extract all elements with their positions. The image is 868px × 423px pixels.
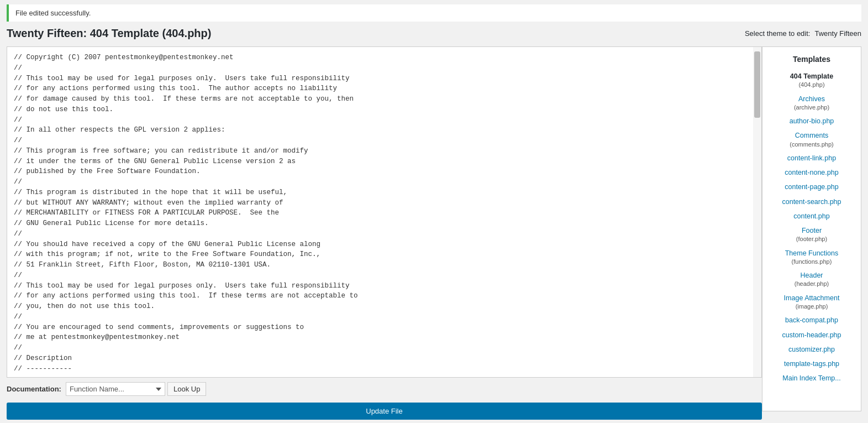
template-filename-archives: (archive.php) xyxy=(769,103,854,111)
scrollbar-thumb xyxy=(754,51,760,118)
template-item-custom-header[interactable]: custom-header.php xyxy=(762,328,861,342)
template-item-footer[interactable]: Footer(footer.php) xyxy=(762,223,861,246)
template-items-list: 404 Template(404.php)Archives(archive.ph… xyxy=(762,69,861,386)
docs-label: Documentation: xyxy=(7,385,61,393)
editor-wrapper xyxy=(7,46,762,378)
theme-select-area: Select theme to edit: Twenty Fifteen xyxy=(745,29,861,38)
template-filename-header: (header.php) xyxy=(769,280,854,288)
lookup-button[interactable]: Look Up xyxy=(167,382,206,396)
template-filename-footer: (footer.php) xyxy=(769,235,854,243)
scrollbar-area[interactable] xyxy=(753,46,762,378)
template-item-content-none[interactable]: content-none.php xyxy=(762,165,861,180)
main-layout: Documentation: Function Name... Look Up … xyxy=(7,46,861,420)
template-filename-theme-functions: (functions.php) xyxy=(769,258,854,265)
template-item-content-page[interactable]: content-page.php xyxy=(762,180,861,194)
template-item-customizer[interactable]: customizer.php xyxy=(762,342,861,357)
template-item-image-attachment[interactable]: Image Attachment(image.php) xyxy=(762,291,861,314)
editor-area: Documentation: Function Name... Look Up … xyxy=(7,46,762,420)
success-bar: File edited successfully. xyxy=(7,4,861,22)
template-item-content[interactable]: content.php xyxy=(762,209,861,223)
template-item-header[interactable]: Header(header.php) xyxy=(762,268,861,291)
template-item-author-bio[interactable]: author-bio.php xyxy=(762,114,861,128)
template-item-archives[interactable]: Archives(archive.php) xyxy=(762,92,861,114)
sidebar-title: Templates xyxy=(762,53,861,69)
docs-area: Documentation: Function Name... Look Up xyxy=(7,378,762,400)
template-item-template-tags[interactable]: template-tags.php xyxy=(762,357,861,371)
template-item-content-search[interactable]: content-search.php xyxy=(762,195,861,209)
template-filename-image-attachment: (image.php) xyxy=(769,302,854,310)
page-title: Twenty Fifteen: 404 Template (404.php) xyxy=(7,27,211,40)
template-filename-comments: (comments.php) xyxy=(769,140,854,148)
template-item-content-link[interactable]: content-link.php xyxy=(762,151,861,165)
template-item-theme-functions[interactable]: Theme Functions(functions.php) xyxy=(762,246,861,269)
function-name-select[interactable]: Function Name... xyxy=(66,382,165,396)
docs-input-wrap: Function Name... Look Up xyxy=(66,382,206,396)
template-item-main-index-temp[interactable]: Main Index Temp... xyxy=(762,371,861,385)
template-item-comments[interactable]: Comments(comments.php) xyxy=(762,128,861,151)
template-item-404-template[interactable]: 404 Template(404.php) xyxy=(762,69,861,92)
success-message: File edited successfully. xyxy=(15,9,91,17)
template-filename-404-template: (404.php) xyxy=(769,81,854,88)
templates-sidebar: Templates 404 Template(404.php)Archives(… xyxy=(762,46,861,411)
page-header: Twenty Fifteen: 404 Template (404.php) S… xyxy=(7,27,861,46)
theme-select-value[interactable]: Twenty Fifteen xyxy=(814,29,861,38)
theme-select-label: Select theme to edit: xyxy=(745,29,811,38)
template-item-back-compat[interactable]: back-compat.php xyxy=(762,313,861,327)
update-file-button[interactable]: Update File xyxy=(7,403,762,420)
code-editor[interactable] xyxy=(7,46,753,378)
